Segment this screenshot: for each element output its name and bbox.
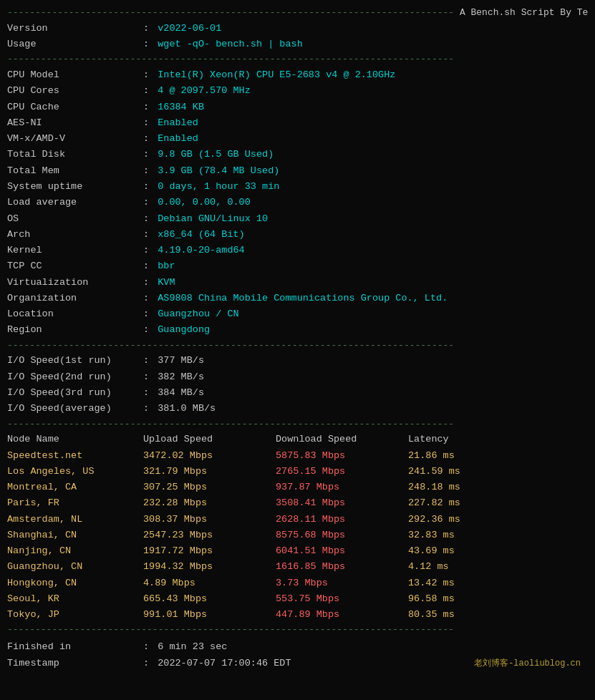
network-latency: 43.69 ms [408,543,455,559]
network-node: Tokyo, JP [7,607,143,623]
system-info-row: AES-NI: Enabled [7,115,588,131]
sys-label: Location [7,306,143,322]
col-header-download: Download Speed [276,432,408,447]
usage-value: wget -qO- bench.sh | bash [158,37,303,52]
sys-value: 16384 KB [158,99,204,115]
terminal-container: ----------------------------------------… [7,6,588,671]
network-upload: 1917.72 Mbps [143,543,276,559]
finish-section: Finished in : 6 min 23 sec Timestamp : 2… [7,639,588,671]
system-info-row: CPU Cores: 4 @ 2097.570 MHz [7,83,588,99]
network-node: Speedtest.net [7,448,143,464]
system-info-row: Virtualization: KVM [7,275,588,291]
sys-value: 0.00, 0.00, 0.00 [158,195,251,210]
network-upload: 232.28 Mbps [143,495,276,511]
system-info-section: CPU Model: Intel(R) Xeon(R) CPU E5-2683 … [7,67,588,339]
network-download: 5875.83 Mbps [276,448,408,464]
sys-value: Intel(R) Xeon(R) CPU E5-2683 v4 @ 2.10GH… [158,67,395,83]
sys-label: OS [7,211,143,227]
network-row: Los Angeles, US321.79 Mbps2765.15 Mbps24… [7,464,588,480]
finished-value: 6 min 23 sec [158,639,227,655]
io-label: I/O Speed(2nd run) [7,369,143,385]
io-value: 384 MB/s [158,385,204,401]
network-table-header: Node Name Upload Speed Download Speed La… [7,432,588,447]
network-upload: 321.79 Mbps [143,464,276,480]
io-value: 382 MB/s [158,369,204,385]
system-info-row: VM-x/AMD-V: Enabled [7,131,588,147]
network-upload: 308.37 Mbps [143,512,276,528]
sys-label: CPU Cores [7,83,143,99]
network-row: Seoul, KR665.43 Mbps553.75 Mbps96.58 ms [7,591,588,607]
sys-value: x86_64 (64 Bit) [158,227,245,243]
network-latency: 292.36 ms [408,512,460,528]
timestamp-value: 2022-07-07 17:00:46 EDT [158,656,291,671]
network-row: Shanghai, CN2547.23 Mbps8575.68 Mbps32.8… [7,528,588,543]
network-download: 2765.15 Mbps [276,464,408,480]
network-node: Montreal, CA [7,480,143,495]
col-header-latency: Latency [408,432,449,447]
system-info-row: Total Mem: 3.9 GB (78.4 MB Used) [7,163,588,179]
network-upload: 307.25 Mbps [143,480,276,495]
sys-label: Total Mem [7,163,143,179]
sys-label: Load average [7,195,143,210]
sys-value: 3.9 GB (78.4 MB Used) [158,163,279,179]
sys-value: 0 days, 1 hour 33 min [158,179,279,195]
system-info-row: Total Disk: 9.8 GB (1.5 GB Used) [7,147,588,162]
io-value: 377 MB/s [158,353,204,369]
sys-label: Arch [7,227,143,243]
system-info-row: System uptime: 0 days, 1 hour 33 min [7,179,588,195]
system-info-row: OS: Debian GNU/Linux 10 [7,211,588,227]
system-info-row: Kernel: 4.19.0-20-amd64 [7,243,588,258]
io-speed-row: I/O Speed(2nd run): 382 MB/s [7,369,588,385]
network-upload: 4.89 Mbps [143,575,276,591]
system-info-row: TCP CC: bbr [7,258,588,274]
divider-2: ----------------------------------------… [7,339,588,354]
network-latency: 96.58 ms [408,591,455,607]
sys-label: CPU Model [7,67,143,83]
sys-value: AS9808 China Mobile Communications Group… [158,291,448,306]
network-latency: 32.83 ms [408,528,455,543]
network-row: Montreal, CA307.25 Mbps937.87 Mbps248.18… [7,480,588,495]
sys-label: CPU Cache [7,99,143,115]
network-download: 6041.51 Mbps [276,543,408,559]
network-row: Paris, FR232.28 Mbps3508.41 Mbps227.82 m… [7,495,588,511]
network-latency: 21.86 ms [408,448,455,464]
network-node: Amsterdam, NL [7,512,143,528]
usage-line: Usage : wget -qO- bench.sh | bash [7,37,588,52]
network-rows-section: Speedtest.net3472.02 Mbps5875.83 Mbps21.… [7,448,588,623]
network-upload: 991.01 Mbps [143,607,276,623]
sys-label: Total Disk [7,147,143,162]
network-download: 2628.11 Mbps [276,512,408,528]
network-upload: 1994.32 Mbps [143,559,276,575]
network-latency: 4.12 ms [408,559,449,575]
network-download: 3.73 Mbps [276,575,408,591]
network-latency: 227.82 ms [408,495,460,511]
sys-value: 4.19.0-20-amd64 [158,243,245,258]
network-row: Tokyo, JP991.01 Mbps447.89 Mbps80.35 ms [7,607,588,623]
network-download: 8575.68 Mbps [276,528,408,543]
network-node: Guangzhou, CN [7,559,143,575]
network-upload: 3472.02 Mbps [143,448,276,464]
finished-label: Finished in [7,639,143,655]
network-latency: 80.35 ms [408,607,455,623]
divider-4: ----------------------------------------… [7,623,588,638]
version-line: Version : v2022-06-01 [7,21,588,37]
system-info-row: CPU Cache: 16384 KB [7,99,588,115]
timestamp-line: Timestamp : 2022-07-07 17:00:46 EDT 老刘博客… [7,656,588,671]
sys-value: 9.8 GB (1.5 GB Used) [158,147,274,162]
network-node: Paris, FR [7,495,143,511]
network-node: Los Angeles, US [7,464,143,480]
sys-value: bbr [158,258,175,274]
io-label: I/O Speed(3rd run) [7,385,143,401]
sys-label: Region [7,322,143,338]
io-label: I/O Speed(1st run) [7,353,143,369]
sys-value: Enabled [158,115,198,131]
watermark: 老刘博客-laoliublog.cn [474,657,581,671]
network-download: 553.75 Mbps [276,591,408,607]
network-upload: 665.43 Mbps [143,591,276,607]
network-row: Amsterdam, NL308.37 Mbps2628.11 Mbps292.… [7,512,588,528]
sys-value: Enabled [158,131,198,147]
network-row: Nanjing, CN1917.72 Mbps6041.51 Mbps43.69… [7,543,588,559]
col-header-node: Node Name [7,432,143,447]
system-info-row: Arch: x86_64 (64 Bit) [7,227,588,243]
sys-label: System uptime [7,179,143,195]
